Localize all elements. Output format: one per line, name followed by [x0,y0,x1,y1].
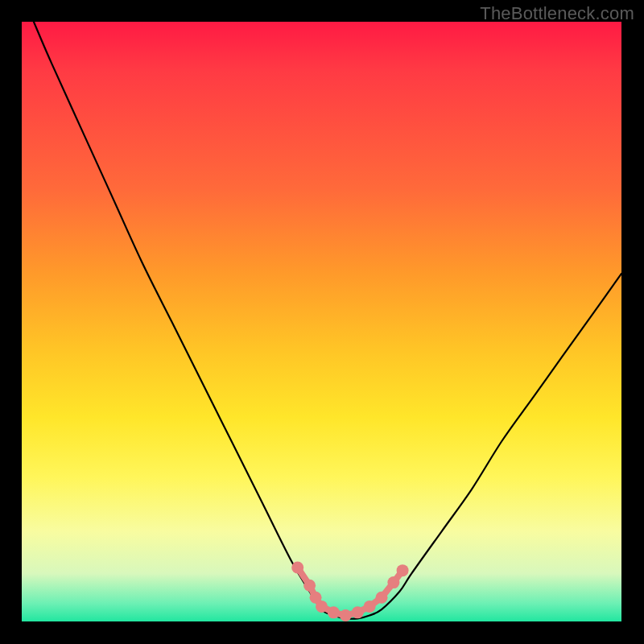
marker-segment [316,597,321,606]
marker-segment [298,568,310,585]
marker-dot [310,592,322,604]
chart-frame: TheBottleneck.com [0,0,644,644]
marker-segment [310,585,316,597]
watermark-label: TheBottleneck.com [480,3,634,24]
marker-dot [397,564,409,576]
marker-dot [387,576,399,588]
marker-dot [352,606,364,618]
marker-dot [291,561,303,573]
plot-area [22,22,621,621]
marker-dot [316,601,328,613]
marker-segment [322,606,334,612]
marker-group [291,561,408,621]
marker-dot [340,609,352,621]
marker-segment [369,597,382,606]
marker-dot [328,606,340,618]
marker-dot [364,601,376,613]
marker-segment [357,606,369,612]
curve-layer [22,22,621,621]
bottleneck-curve-path [34,22,621,619]
marker-dot [376,592,388,604]
marker-segment [394,571,402,583]
marker-dot [303,580,316,592]
marker-segment [345,613,357,616]
marker-segment [333,613,345,616]
marker-segment [382,583,394,598]
